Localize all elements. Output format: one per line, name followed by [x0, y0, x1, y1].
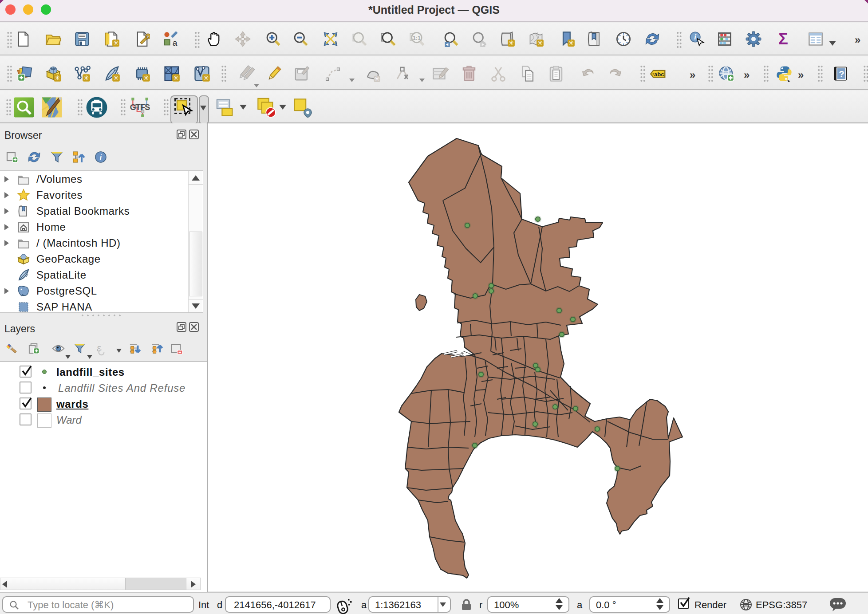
- svg-text:✳: ✳: [173, 74, 179, 82]
- svg-text:✳: ✳: [537, 39, 543, 47]
- svg-text:?: ?: [839, 69, 844, 79]
- svg-text:Σ: Σ: [778, 31, 788, 47]
- svg-text:i: i: [100, 154, 102, 161]
- svg-text:i: i: [694, 33, 696, 41]
- svg-text:✳: ✳: [55, 74, 60, 82]
- svg-text:a: a: [173, 38, 178, 47]
- svg-text:✳: ✳: [568, 39, 574, 47]
- svg-text:✳: ✳: [203, 74, 209, 82]
- svg-text:GTFS: GTFS: [130, 103, 150, 112]
- svg-text:abc: abc: [654, 71, 664, 78]
- svg-text:✳: ✳: [374, 75, 380, 82]
- svg-text:✳: ✳: [83, 74, 89, 82]
- svg-text:1:1: 1:1: [413, 35, 421, 41]
- svg-text:✳: ✳: [113, 74, 119, 82]
- svg-text:✳: ✳: [143, 74, 149, 82]
- svg-text:✳: ✳: [113, 39, 118, 47]
- svg-text:✳: ✳: [509, 39, 514, 47]
